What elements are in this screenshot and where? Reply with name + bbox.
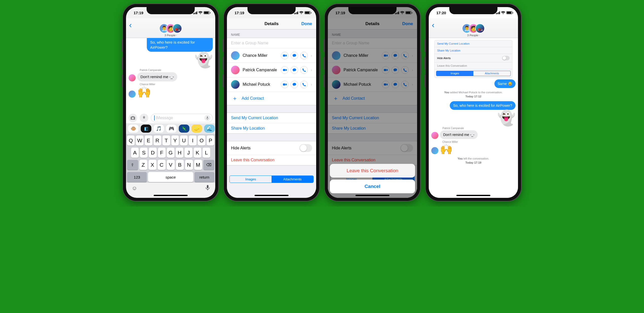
key-y[interactable]: Y [171,135,179,146]
sender-label: Chance Miller [442,141,515,143]
conversation-title[interactable]: 3 People › [467,34,479,37]
key-m[interactable]: M [194,160,202,170]
conversation-body[interactable]: So, who here is excited for AirPower? 👻 … [126,38,215,112]
done-button[interactable]: Done [301,21,312,26]
key-z[interactable]: Z [139,160,147,170]
group-avatars[interactable]: 👨‍💼 🧑 🏍️ [159,24,182,33]
seg-images[interactable]: Images [436,71,473,76]
key-w[interactable]: W [136,135,144,146]
key-a[interactable]: A [131,148,139,158]
call-button[interactable] [300,81,308,88]
ghost-emoji: 👻 [194,53,213,67]
key-q[interactable]: Q [127,135,135,146]
key-d[interactable]: D [149,148,156,158]
avatar [431,147,438,154]
key-p[interactable]: P [207,135,214,146]
message-button[interactable] [291,81,298,88]
keyboard[interactable]: QWERTYUIOP ASDFGHJKL ⇧ ZXCVBNM⌫ 123 spac… [126,134,215,183]
add-contact-row[interactable]: ＋Add Contact [227,92,316,105]
key-s[interactable]: S [140,148,148,158]
hide-alerts-row[interactable]: Hide Alerts [227,141,316,155]
seg-images[interactable]: Images [230,176,272,183]
key-shift[interactable]: ⇧ [127,160,138,170]
facetime-button[interactable] [281,81,289,88]
contact-row[interactable]: Michael Potuck› [227,77,316,92]
app-music[interactable]: 🎵 [153,125,164,133]
segmented-control[interactable]: ImagesAttachments [229,176,314,183]
back-button[interactable]: ‹ [129,21,132,29]
key-123[interactable]: 123 [127,172,147,182]
details-mini-card[interactable]: Send My Current Location Share My Locati… [434,40,512,78]
emoji-keyboard-button[interactable]: ☺ [132,185,137,192]
back-button[interactable]: ‹ [432,21,435,29]
sheet-cancel-button[interactable]: Cancel [330,180,415,193]
key-return[interactable]: return [194,172,214,182]
key-l[interactable]: L [203,148,210,158]
hide-alerts-switch[interactable] [299,144,312,152]
key-t[interactable]: T [163,135,170,146]
key-e[interactable]: E [145,135,152,146]
screen-1: 17:19 ‹ 👨‍💼 🧑 🏍️ 3 People › So, who here… [126,7,215,198]
home-indicator[interactable] [456,195,490,196]
group-avatars[interactable]: 👨‍💼 🧑 🏍️ [462,24,485,33]
chevron-right-icon: › [479,34,479,37]
appstore-button[interactable] [140,114,148,122]
group-name-field[interactable]: Enter a Group Name [227,38,316,48]
contact-actions [281,81,308,88]
call-button[interactable] [300,66,308,74]
phone-2: 17:19 Details Done NAMEEnter a Group Nam… [223,4,320,201]
message-input[interactable]: iMessage [151,114,213,122]
key-k[interactable]: K [194,148,201,158]
key-f[interactable]: F [158,148,166,158]
key-u[interactable]: U [180,135,188,146]
key-h[interactable]: H [176,148,183,158]
message-button[interactable] [291,66,298,74]
call-button[interactable] [300,52,308,59]
app-stickers-1[interactable]: 🦎 [179,125,189,133]
app-gamepigeon[interactable]: 🎮 [166,125,177,133]
contact-row[interactable]: Chance Miller› [227,48,316,63]
key-o[interactable]: O [198,135,205,146]
bubble-text: So, who here is excited for AirPower? [147,38,213,52]
seg-attachments[interactable]: Attachments [473,71,510,76]
key-n[interactable]: N [185,160,193,170]
conversation-title[interactable]: 3 People › [165,34,177,37]
home-indicator[interactable] [255,195,289,196]
leave-conversation-row[interactable]: Leave this Conversation [227,155,316,165]
key-i[interactable]: I [189,135,196,146]
app-memoji[interactable]: 🐵 [128,125,139,133]
key-v[interactable]: V [167,160,175,170]
hide-alerts-row[interactable]: Hide Alerts [435,54,512,62]
facetime-button[interactable] [281,52,289,59]
send-location-row[interactable]: Send My Current Location [227,113,316,123]
app-stickers-3[interactable]: 🌊 [204,125,215,133]
details-body[interactable]: NAMEEnter a Group NameChance Miller›Patr… [227,29,316,198]
home-indicator[interactable] [154,195,188,196]
app-strip[interactable]: 🐵 ◧ 🎵 🎮 🦎 🧽 🌊 [126,123,215,134]
key-g[interactable]: G [167,148,174,158]
dictate-keyboard-button[interactable] [206,185,210,192]
key-x[interactable]: X [149,160,156,170]
key-b[interactable]: B [176,160,184,170]
phone-icon [302,54,306,57]
seg-attachments[interactable]: Attachments [272,176,313,183]
contact-row[interactable]: Patrick Campanale› [227,63,316,77]
facetime-button[interactable] [281,66,289,74]
key-r[interactable]: R [154,135,161,146]
switch-icon[interactable] [502,56,510,60]
conversation-body[interactable]: Send My Current Location Share My Locati… [429,38,518,198]
key-⌫[interactable]: ⌫ [203,160,214,170]
key-j[interactable]: J [185,148,192,158]
app-stickers-2[interactable]: 🧽 [191,125,202,133]
sheet-leave-button[interactable]: Leave this Conversation [330,164,415,178]
share-location-row[interactable]: Share My Location [435,47,512,54]
key-space[interactable]: space [148,172,193,182]
share-location-row[interactable]: Share My Location [227,123,316,134]
key-c[interactable]: C [158,160,166,170]
segmented-control[interactable]: Images Attachments [436,71,511,76]
camera-button[interactable] [129,114,137,122]
send-location-row[interactable]: Send My Current Location [435,40,512,47]
dictate-button[interactable] [204,115,210,121]
message-button[interactable] [291,52,298,59]
app-giphy[interactable]: ◧ [141,125,151,133]
